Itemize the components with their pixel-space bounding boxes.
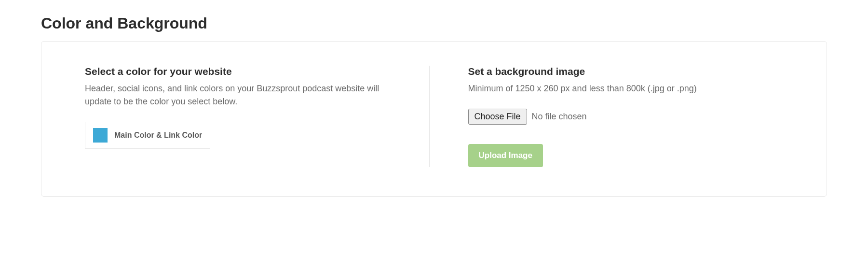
color-section-description: Header, social icons, and link colors on…: [85, 82, 400, 108]
upload-image-button[interactable]: Upload Image: [468, 144, 543, 167]
background-section-heading: Set a background image: [468, 66, 784, 77]
color-section-heading: Select a color for your website: [85, 66, 400, 77]
page-title: Color and Background: [41, 14, 827, 32]
file-status-text: No file chosen: [532, 112, 587, 122]
file-picker: Choose File No file chosen: [468, 109, 784, 125]
choose-file-button[interactable]: Choose File: [468, 109, 527, 125]
color-picker-label: Main Color & Link Color: [114, 131, 202, 140]
color-swatch-icon: [93, 128, 108, 143]
background-column: Set a background image Minimum of 1250 x…: [430, 66, 784, 167]
background-section-description: Minimum of 1250 x 260 px and less than 8…: [468, 82, 784, 95]
color-picker[interactable]: Main Color & Link Color: [85, 122, 210, 149]
settings-panel: Select a color for your website Header, …: [41, 41, 827, 197]
color-column: Select a color for your website Header, …: [85, 66, 430, 167]
